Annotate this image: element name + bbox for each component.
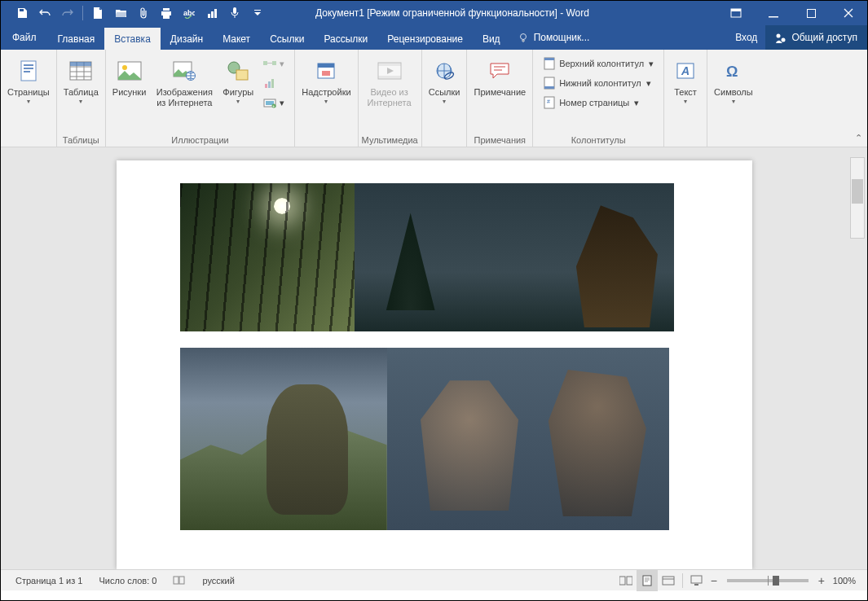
tab-insert[interactable]: Вставка: [104, 28, 161, 50]
ribbon-display-icon[interactable]: [717, 1, 755, 25]
collapse-ribbon-icon[interactable]: ⌃: [855, 133, 862, 143]
group-label: Таблицы: [60, 134, 102, 147]
new-icon[interactable]: [86, 1, 109, 25]
tab-view[interactable]: Вид: [473, 28, 510, 50]
tab-design[interactable]: Дизайн: [161, 28, 213, 50]
smartart-button[interactable]: ▾: [258, 55, 289, 72]
print-layout-icon[interactable]: [637, 570, 658, 591]
inserted-image-2[interactable]: [355, 183, 674, 331]
language-indicator[interactable]: русский: [194, 570, 242, 590]
web-layout-icon[interactable]: [658, 570, 679, 591]
tab-references[interactable]: Ссылки: [260, 28, 314, 50]
addins-button[interactable]: Надстройки ▾: [298, 53, 354, 107]
page-indicator[interactable]: Страница 1 из 1: [7, 570, 90, 590]
open-icon[interactable]: [109, 1, 132, 25]
svg-text:Ω: Ω: [726, 64, 738, 80]
document-area[interactable]: [1, 147, 867, 569]
minimize-icon[interactable]: [755, 1, 792, 25]
tab-review[interactable]: Рецензирование: [377, 28, 473, 50]
group-label: Иллюстрации: [109, 134, 291, 147]
spelling-icon[interactable]: abc: [178, 1, 200, 25]
svg-rect-44: [544, 86, 554, 89]
redo-icon[interactable]: [56, 1, 79, 25]
save-icon[interactable]: [11, 1, 33, 25]
title-bar: abc Документ1 [Режим ограниченной функци…: [1, 1, 867, 25]
group-label: Колонтитулы: [536, 134, 660, 147]
mic-icon[interactable]: [223, 1, 246, 25]
links-button[interactable]: Ссылки ▾: [425, 53, 464, 107]
chart-icon[interactable]: [200, 1, 223, 25]
text-button[interactable]: A Текст ▾: [668, 53, 703, 107]
share-label: Общий доступ: [791, 32, 857, 43]
scrollbar-thumb[interactable]: [852, 179, 863, 204]
document-page[interactable]: [117, 160, 752, 569]
group-tables: Таблица ▾ Таблицы: [57, 50, 106, 147]
quick-access-toolbar: abc: [1, 1, 269, 25]
pictures-button[interactable]: Рисунки: [109, 53, 150, 99]
svg-rect-17: [70, 62, 91, 66]
svg-rect-3: [214, 9, 217, 18]
svg-rect-13: [24, 64, 33, 66]
word-count[interactable]: Число слов: 0: [90, 570, 165, 590]
group-addins: Надстройки ▾: [295, 50, 358, 147]
shapes-button[interactable]: Фигуры ▾: [219, 53, 257, 107]
page-number-button[interactable]: #Номер страницы▾: [538, 94, 659, 112]
zoom-in-button[interactable]: +: [815, 574, 828, 587]
proofing-icon[interactable]: [165, 570, 194, 590]
group-links: Ссылки ▾: [422, 50, 468, 147]
footer-button[interactable]: Нижний колонтитул▾: [538, 74, 659, 92]
chevron-down-icon: ▾: [27, 98, 30, 105]
illustrations-small: ▾ +▾: [257, 53, 291, 113]
inserted-image-4[interactable]: [387, 348, 669, 530]
footer-icon: [543, 77, 556, 90]
status-bar: Страница 1 из 1 Число слов: 0 русский − …: [1, 569, 867, 590]
svg-rect-57: [694, 584, 698, 586]
svg-point-19: [122, 65, 127, 70]
tab-home[interactable]: Главная: [48, 28, 105, 50]
svg-point-11: [782, 37, 786, 42]
qat-customize-icon[interactable]: [246, 1, 269, 25]
focus-mode-icon[interactable]: [686, 570, 707, 591]
tab-mailings[interactable]: Рассылки: [314, 28, 377, 50]
textbox-icon: A: [672, 58, 698, 84]
svg-rect-26: [265, 84, 267, 88]
screenshot-button[interactable]: +▾: [258, 94, 289, 112]
pages-button[interactable]: Страницы ▾: [4, 53, 53, 107]
vertical-scrollbar[interactable]: [850, 157, 865, 239]
online-video-button[interactable]: Видео из Интернета: [362, 53, 417, 110]
close-icon[interactable]: [830, 1, 867, 25]
inserted-image-3[interactable]: [180, 348, 387, 530]
symbols-button[interactable]: Ω Символы ▾: [711, 53, 756, 107]
svg-rect-25: [272, 61, 276, 65]
tell-me-search[interactable]: Помощник...: [510, 25, 598, 50]
comment-button[interactable]: Примечание: [470, 53, 529, 99]
svg-rect-14: [24, 68, 33, 69]
group-illustrations: Рисунки Изображения из Интернета Фигуры …: [106, 50, 295, 147]
zoom-slider[interactable]: [727, 579, 809, 582]
window-title: Документ1 [Режим ограниченной функционал…: [269, 7, 717, 19]
table-button[interactable]: Таблица ▾: [60, 53, 102, 107]
ribbon-tab-strip: Файл Главная Вставка Дизайн Макет Ссылки…: [1, 25, 867, 50]
zoom-out-button[interactable]: −: [707, 574, 720, 587]
header-button[interactable]: Верхний колонтитул▾: [538, 55, 659, 72]
read-mode-icon[interactable]: [615, 570, 637, 591]
group-media: Видео из Интернета Мультимедиа: [359, 50, 422, 147]
online-pictures-button[interactable]: Изображения из Интернета: [149, 53, 219, 110]
svg-rect-23: [236, 70, 248, 80]
zoom-level[interactable]: 100%: [828, 576, 861, 586]
tab-layout[interactable]: Макет: [213, 28, 260, 50]
zoom-thumb[interactable]: [773, 576, 779, 586]
svg-text:#: #: [547, 99, 550, 104]
inserted-image-1[interactable]: [180, 183, 355, 331]
sign-in-button[interactable]: Вход: [727, 25, 765, 50]
chevron-down-icon: ▾: [79, 98, 82, 105]
chart-button[interactable]: [258, 74, 289, 92]
undo-icon[interactable]: [33, 1, 56, 25]
quick-print-icon[interactable]: [155, 1, 178, 25]
screenshot-icon: +: [263, 96, 276, 109]
tab-file[interactable]: Файл: [1, 25, 48, 50]
maximize-icon[interactable]: [792, 1, 830, 25]
attach-icon[interactable]: [132, 1, 155, 25]
share-icon: [775, 33, 786, 43]
share-button[interactable]: Общий доступ: [765, 25, 867, 50]
